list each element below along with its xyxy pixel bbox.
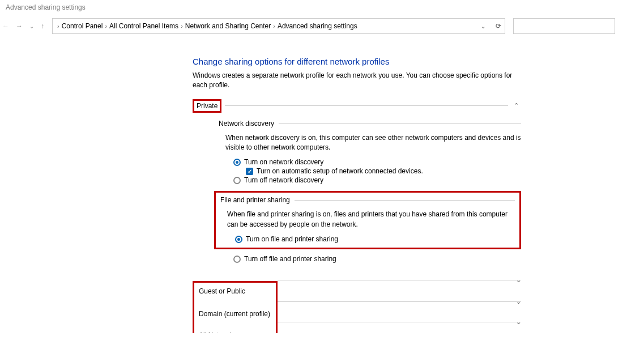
- radio-icon: [233, 159, 241, 166]
- network-discovery-options: Turn on network discovery ✓ Turn on auto…: [233, 158, 521, 184]
- page-heading: Change sharing options for different net…: [193, 57, 521, 66]
- chevron-down-icon[interactable]: ⌄: [516, 318, 521, 326]
- up-icon[interactable]: ↑: [41, 22, 44, 30]
- address-bar[interactable]: › Control Panel › All Control Panel Item…: [52, 18, 505, 34]
- section-title: Private: [197, 102, 217, 110]
- radio-icon: [233, 177, 241, 184]
- back-icon[interactable]: ←: [2, 22, 9, 30]
- radio-fps-off[interactable]: Turn off file and printer sharing: [233, 255, 521, 263]
- highlight-fps: File and printer sharing When file and p…: [214, 191, 521, 249]
- radio-fps-on[interactable]: Turn on file and printer sharing: [235, 235, 515, 243]
- chevron-down-icon[interactable]: ⌄: [516, 298, 521, 305]
- highlight-private: Private: [193, 99, 221, 113]
- section-domain-title[interactable]: Domain (current profile): [199, 310, 271, 318]
- chevron-right-icon: ›: [57, 23, 59, 29]
- forward-icon[interactable]: →: [16, 22, 23, 30]
- breadcrumb-item[interactable]: Network and Sharing Center: [185, 22, 271, 30]
- section-all-title[interactable]: All Networks: [199, 331, 271, 333]
- breadcrumb-item[interactable]: All Control Panel Items: [109, 22, 178, 30]
- subhead-label: Network discovery: [219, 120, 279, 127]
- refresh-icon[interactable]: ⟳: [496, 22, 501, 30]
- radio-nd-on[interactable]: Turn on network discovery: [233, 158, 521, 166]
- checkbox-auto-setup[interactable]: ✓ Turn on automatic setup of network con…: [246, 167, 521, 175]
- page-description: Windows creates a separate network profi…: [193, 71, 521, 90]
- fps-options: Turn on file and printer sharing: [235, 235, 515, 243]
- nav-arrows: ← → ⌄ ↑: [0, 22, 44, 30]
- nav-bar: ← → ⌄ ↑ › Control Panel › All Control Pa…: [0, 15, 644, 40]
- chevron-right-icon: ›: [105, 23, 107, 29]
- divider: [225, 105, 508, 106]
- subhead-network-discovery: Network discovery: [219, 120, 521, 127]
- chevron-down-icon[interactable]: ⌄: [481, 23, 485, 29]
- chevron-down-icon[interactable]: ⌄: [516, 276, 521, 284]
- highlight-collapsed: Guest or Public Domain (current profile)…: [193, 281, 278, 333]
- divider: [295, 200, 515, 201]
- subhead-fps: File and printer sharing: [220, 196, 515, 204]
- divider: [279, 123, 521, 124]
- breadcrumb-item[interactable]: Control Panel: [62, 22, 103, 30]
- radio-label: Turn off network discovery: [244, 176, 323, 184]
- search-input[interactable]: [513, 18, 615, 34]
- fps-desc: When file and printer sharing is on, fil…: [220, 204, 515, 229]
- content-area: Change sharing options for different net…: [193, 57, 521, 333]
- section-private-header[interactable]: Private ⌃: [193, 99, 521, 113]
- radio-label: Turn on file and printer sharing: [246, 235, 338, 243]
- chevron-down-icon[interactable]: ⌄: [29, 23, 34, 29]
- window-title: Advanced sharing settings: [0, 0, 644, 15]
- fps-options-extra: Turn off file and printer sharing: [233, 255, 521, 263]
- chevron-right-icon: ›: [181, 23, 183, 29]
- section-guest-title[interactable]: Guest or Public: [199, 287, 271, 295]
- chevron-right-icon: ›: [273, 23, 275, 29]
- breadcrumb-item[interactable]: Advanced sharing settings: [278, 22, 357, 30]
- chevron-up-icon[interactable]: ⌃: [511, 102, 521, 109]
- radio-icon: [235, 236, 242, 243]
- collapsed-sections: Guest or Public Domain (current profile)…: [193, 272, 521, 333]
- subhead-label: File and printer sharing: [220, 196, 295, 204]
- radio-nd-off[interactable]: Turn off network discovery: [233, 176, 521, 184]
- radio-label: Turn on network discovery: [244, 158, 323, 166]
- radio-label: Turn off file and printer sharing: [244, 255, 336, 263]
- checkbox-label: Turn on automatic setup of network conne…: [257, 167, 423, 175]
- radio-icon: [233, 256, 241, 263]
- checkbox-icon: ✓: [246, 168, 253, 175]
- network-discovery-desc: When network discovery is on, this compu…: [219, 127, 521, 153]
